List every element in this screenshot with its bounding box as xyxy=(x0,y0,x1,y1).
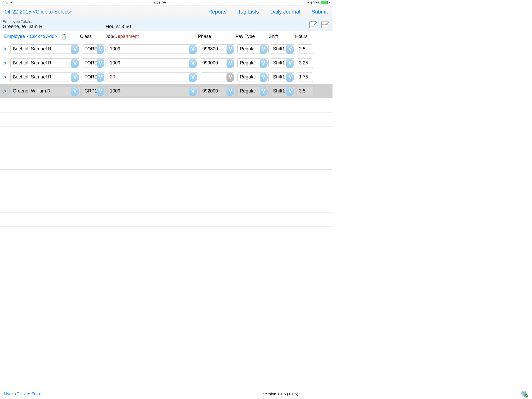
job-field[interactable]: 20 xyxy=(108,72,198,82)
edit-note-icon[interactable] xyxy=(321,20,330,29)
dropdown-icon[interactable]: V xyxy=(189,45,197,54)
dropdown-icon[interactable]: V xyxy=(286,73,294,82)
date-selector[interactable]: 04-22-2015 <Click to Select> xyxy=(5,9,72,15)
employee-totals-name: Greene, William R xyxy=(3,24,43,29)
employee-field[interactable]: Bechtol, Samuel R xyxy=(10,44,80,54)
dropdown-icon[interactable]: V xyxy=(260,45,268,54)
employee-add-link[interactable]: <Click to Add> xyxy=(27,34,57,39)
dropdown-icon[interactable]: V xyxy=(189,59,197,68)
dropdown-icon[interactable]: V xyxy=(260,59,268,68)
job-field[interactable]: 1009- xyxy=(108,44,198,54)
dropdown-icon[interactable]: V xyxy=(260,73,268,82)
department-header: Department xyxy=(114,34,139,39)
employee-field[interactable]: Bechtol, Samuel R xyxy=(10,72,80,82)
employee-header[interactable]: Employee xyxy=(4,34,25,39)
expand-arrow-icon[interactable]: > xyxy=(3,60,10,66)
employee-totals-label: Employee Totals: xyxy=(3,19,43,24)
status-bar: iPad 4:26 PM 100% ⚡︎ xyxy=(0,0,332,5)
table-row[interactable]: >Bechtol, Samuel RVFOREV1009-V099000- -V… xyxy=(0,56,332,70)
dropdown-icon[interactable]: V xyxy=(189,73,197,82)
hours-field[interactable]: 2.5 xyxy=(297,44,313,54)
table-row[interactable]: >Bechtol, Samuel RVFOREV20VVRegularVShif… xyxy=(0,70,332,84)
dropdown-icon[interactable]: V xyxy=(286,45,294,54)
job-field[interactable]: 1009- xyxy=(108,87,198,96)
dropdown-icon[interactable]: V xyxy=(71,87,79,96)
dropdown-icon[interactable]: V xyxy=(286,59,294,68)
location-icon xyxy=(307,1,310,4)
dropdown-icon[interactable]: V xyxy=(97,87,104,96)
employee-field[interactable]: Bechtol, Samuel R xyxy=(10,58,80,68)
trash-icon[interactable] xyxy=(61,33,68,40)
hours-field[interactable]: 3.25 xyxy=(297,58,313,68)
job-header: Job/Department xyxy=(105,34,198,39)
daily-journal-link[interactable]: Daily Journal xyxy=(270,9,300,15)
table-row[interactable]: >Greene, William RVGRP1V1009-V092000- -V… xyxy=(0,84,332,98)
tag-lists-link[interactable]: Tag-Lists xyxy=(238,9,259,15)
empty-area xyxy=(0,98,332,227)
dropdown-icon[interactable]: V xyxy=(97,59,104,68)
dropdown-icon[interactable]: V xyxy=(227,59,234,68)
hours-field[interactable]: 1.75 xyxy=(297,72,313,82)
expand-arrow-icon[interactable]: > xyxy=(3,46,10,52)
employee-totals-hours: Hours: 3.50 xyxy=(105,24,131,29)
dropdown-icon[interactable]: V xyxy=(227,45,234,54)
dropdown-icon[interactable]: V xyxy=(71,59,79,68)
toolbar: 04-22-2015 <Click to Select> Reports Tag… xyxy=(0,5,332,18)
device-label: iPad xyxy=(2,1,8,5)
battery-percent: 100% xyxy=(311,1,319,5)
paytype-header: Pay Type xyxy=(235,34,269,39)
dropdown-icon[interactable]: V xyxy=(71,73,79,82)
wifi-icon xyxy=(10,1,14,4)
reports-link[interactable]: Reports xyxy=(208,9,227,15)
column-headers: Employee <Click to Add> Class Job/Depart… xyxy=(0,31,332,42)
hours-header: Hours xyxy=(295,34,312,39)
expand-arrow-icon[interactable]: > xyxy=(3,74,10,81)
dropdown-icon: V xyxy=(227,73,234,82)
job-field[interactable]: 1009- xyxy=(108,58,198,68)
dropdown-icon[interactable]: V xyxy=(71,45,79,54)
notes-icon[interactable] xyxy=(309,20,318,29)
charging-icon: ⚡︎ xyxy=(329,1,331,4)
data-rows: >Bechtol, Samuel RVFOREV1009-V096800- -V… xyxy=(0,42,332,98)
battery-icon xyxy=(321,1,328,4)
class-header: Class xyxy=(80,34,105,39)
phase-header: Phase xyxy=(198,34,235,39)
hours-field[interactable]: 3.5 xyxy=(297,87,313,96)
clock: 4:26 PM xyxy=(14,1,307,5)
shift-header: Shift xyxy=(269,34,295,39)
expand-arrow-icon[interactable]: > xyxy=(3,88,10,95)
dropdown-icon[interactable]: V xyxy=(260,87,268,96)
dropdown-icon[interactable]: V xyxy=(286,87,294,96)
submit-link[interactable]: Submit xyxy=(312,9,328,15)
dropdown-icon[interactable]: V xyxy=(97,45,104,54)
employee-field[interactable]: Greene, William R xyxy=(10,87,80,96)
employee-totals-bar: Employee Totals: Greene, William R Hours… xyxy=(0,18,332,31)
dropdown-icon[interactable]: V xyxy=(227,87,234,96)
table-row[interactable]: >Bechtol, Samuel RVFOREV1009-V096800- -V… xyxy=(0,42,332,56)
dropdown-icon[interactable]: V xyxy=(97,73,104,82)
dropdown-icon[interactable]: V xyxy=(189,87,197,96)
